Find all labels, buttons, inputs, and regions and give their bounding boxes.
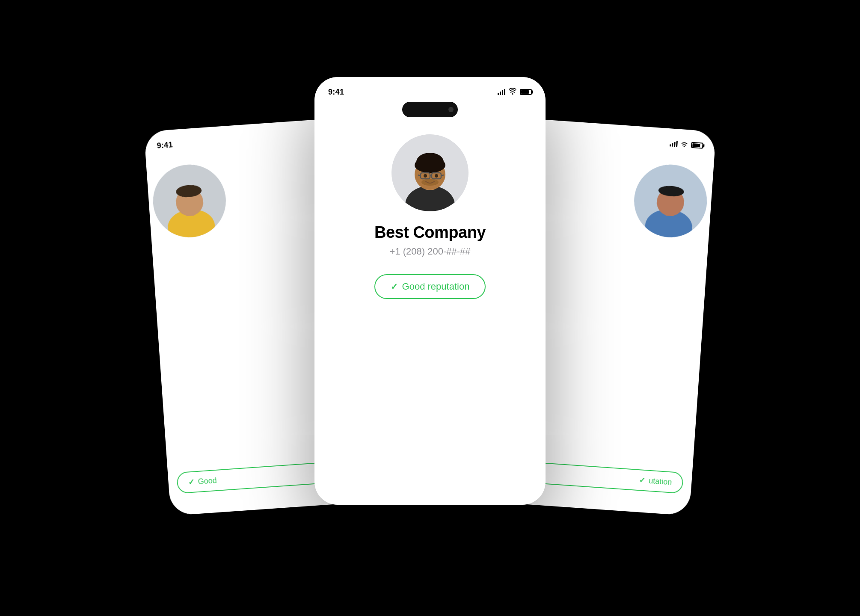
center-status-bar: 9:41 [314,77,546,100]
right-avatar [632,162,709,240]
left-avatar-svg [151,162,228,240]
reputation-text: Good reputation [402,281,470,292]
right-wifi-icon [680,141,688,148]
check-icon: ✓ [391,281,398,292]
svg-point-16 [415,157,445,173]
left-check-icon: ✓ [188,477,195,487]
center-battery-icon [520,89,532,95]
center-status-icons [498,88,532,96]
left-avatar [151,162,228,240]
right-status-icons [670,140,703,149]
phone-center: 9:41 [314,77,546,505]
left-time: 9:41 [157,140,173,151]
svg-point-22 [424,174,427,178]
right-avatar-svg [632,162,709,240]
svg-point-14 [421,179,439,186]
right-signal-icon [670,140,678,147]
center-avatar-svg [391,134,469,211]
company-name: Best Company [374,223,486,242]
dynamic-island-camera [448,107,454,112]
svg-point-23 [435,174,438,178]
right-check-icon: ✓ [639,475,646,485]
dynamic-island [402,102,458,117]
center-time: 9:41 [328,88,344,97]
center-avatar [391,134,469,211]
scene: 9:41 ✓ [130,51,730,565]
center-content: Best Company +1 (208) 200-##-## ✓ Good r… [314,117,546,505]
phone-number: +1 (208) 200-##-## [390,246,471,257]
left-reputation-text: Good [198,476,217,486]
reputation-badge[interactable]: ✓ Good reputation [374,274,486,299]
center-signal-icon [498,89,505,95]
right-reputation-text: utation [649,476,672,487]
center-wifi-icon [508,88,517,96]
right-battery-icon [691,142,703,149]
